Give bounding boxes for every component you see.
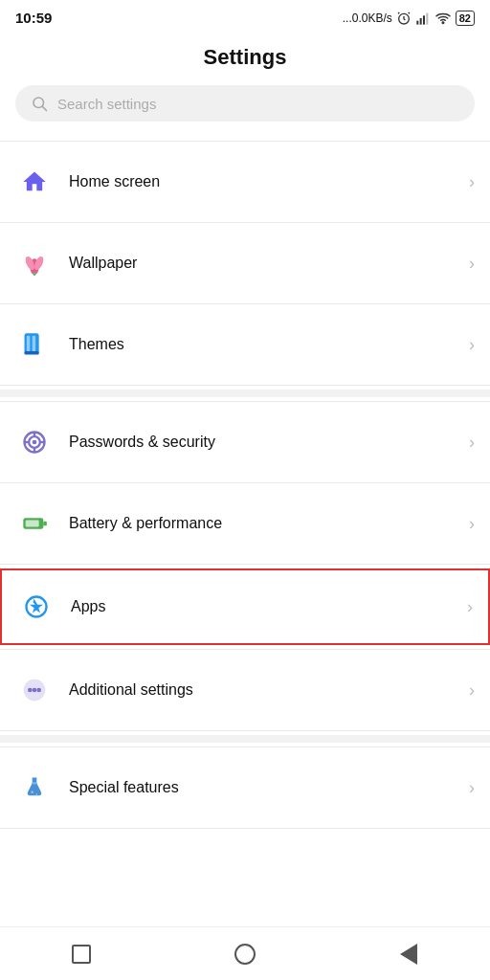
recent-apps-icon (72, 945, 91, 964)
additional-chevron: › (469, 680, 475, 701)
search-icon (31, 95, 48, 112)
network-speed: ...0.0KB/s (343, 11, 392, 25)
svg-rect-1 (416, 20, 418, 24)
apps-chevron: › (467, 597, 473, 617)
bottom-nav (0, 926, 490, 980)
settings-item-additional[interactable]: Additional settings › (0, 654, 490, 726)
status-time: 10:59 (15, 10, 52, 26)
svg-rect-12 (25, 333, 39, 353)
svg-rect-13 (27, 336, 30, 351)
themes-icon (15, 325, 54, 364)
additional-label: Additional settings (69, 681, 461, 699)
search-placeholder: Search settings (57, 96, 156, 112)
settings-item-special[interactable]: Special features › (0, 751, 490, 824)
settings-item-wallpaper[interactable]: Wallpaper › (0, 227, 490, 300)
page-title: Settings (0, 32, 490, 85)
svg-rect-24 (43, 522, 47, 526)
passwords-icon (15, 423, 54, 461)
divider-5 (0, 482, 490, 483)
divider-2 (0, 303, 490, 304)
home-screen-label: Home screen (69, 173, 461, 190)
signal-icon (415, 11, 431, 26)
divider-10 (0, 828, 490, 829)
alarm-icon (396, 11, 412, 26)
svg-point-30 (33, 782, 37, 784)
search-bar-container: Search settings (0, 85, 490, 137)
svg-line-7 (42, 106, 46, 110)
settings-content: Home screen › Wallpaper › (0, 141, 490, 890)
svg-rect-25 (26, 521, 39, 527)
divider-8 (0, 730, 490, 731)
home-nav-icon (234, 944, 256, 965)
settings-item-themes[interactable]: Themes › (0, 308, 490, 381)
divider-3 (0, 385, 490, 386)
divider-1 (0, 222, 490, 223)
wallpaper-icon (15, 244, 54, 282)
svg-rect-4 (426, 12, 428, 24)
svg-point-5 (442, 21, 444, 23)
divider-top (0, 141, 490, 142)
passwords-chevron: › (469, 433, 475, 453)
passwords-label: Passwords & security (69, 434, 461, 451)
recent-apps-button[interactable] (68, 941, 95, 968)
svg-rect-3 (423, 15, 425, 24)
additional-icon (15, 671, 54, 709)
divider-7 (0, 649, 490, 650)
section-divider-2 (0, 735, 490, 743)
divider-6 (0, 564, 490, 565)
svg-point-27 (28, 688, 33, 693)
apps-label: Apps (71, 598, 459, 615)
settings-item-apps[interactable]: Apps › (0, 568, 490, 645)
home-button[interactable] (232, 941, 258, 968)
divider-4 (0, 401, 490, 402)
special-chevron: › (469, 778, 475, 798)
wifi-icon (434, 11, 452, 26)
battery-chevron: › (469, 514, 475, 534)
wallpaper-label: Wallpaper (69, 255, 461, 272)
themes-chevron: › (469, 335, 475, 355)
svg-point-18 (33, 440, 37, 445)
home-screen-icon (15, 163, 54, 201)
back-button[interactable] (395, 941, 422, 968)
svg-point-32 (36, 793, 38, 795)
search-bar[interactable]: Search settings (15, 85, 475, 122)
svg-point-29 (36, 688, 41, 693)
themes-label: Themes (69, 336, 461, 353)
divider-9 (0, 746, 490, 747)
special-icon (15, 768, 54, 807)
status-bar: 10:59 ...0.0KB/s 82 (0, 0, 490, 32)
battery-indicator: 82 (456, 11, 475, 26)
back-icon (400, 944, 417, 965)
battery-perf-icon (15, 504, 54, 543)
svg-rect-2 (419, 18, 421, 25)
settings-item-passwords[interactable]: Passwords & security › (0, 406, 490, 479)
settings-item-home-screen[interactable]: Home screen › (0, 145, 490, 218)
special-label: Special features (69, 779, 461, 796)
section-divider-1 (0, 390, 490, 397)
wallpaper-chevron: › (469, 254, 475, 274)
settings-item-battery[interactable]: Battery & performance › (0, 487, 490, 560)
svg-point-28 (33, 688, 37, 693)
svg-point-31 (32, 791, 33, 793)
battery-label: Battery & performance (69, 515, 461, 532)
svg-rect-14 (33, 336, 36, 351)
status-icons: ...0.0KB/s 82 (343, 11, 475, 26)
apps-icon (17, 588, 56, 626)
svg-rect-15 (25, 351, 39, 355)
svg-rect-11 (33, 272, 36, 276)
home-screen-chevron: › (469, 172, 475, 192)
